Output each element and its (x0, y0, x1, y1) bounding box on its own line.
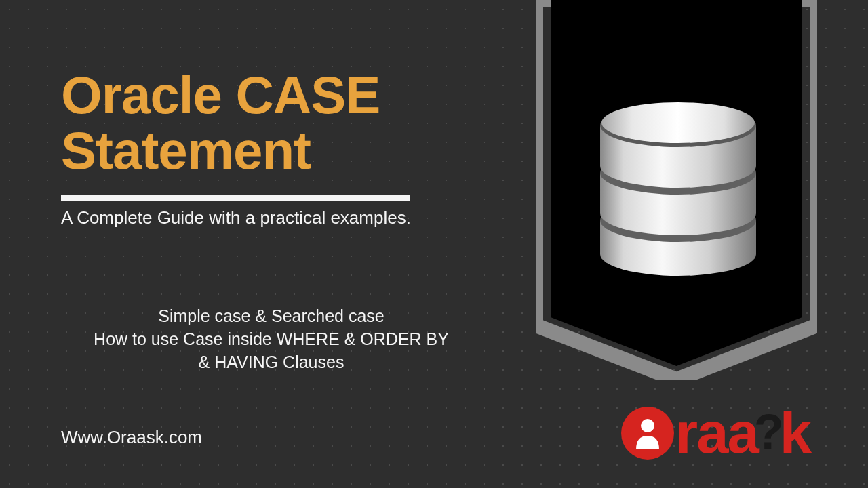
person-icon (633, 417, 662, 449)
title-divider (61, 195, 410, 201)
logo-text-k: k (780, 400, 810, 466)
subtitle-text: A Complete Guide with a practical exampl… (61, 207, 481, 228)
logo-o-icon (621, 407, 675, 460)
logo-question-icon: ? (754, 404, 783, 460)
page-title: Oracle CASE Statement (61, 68, 481, 179)
details-block: Simple case & Searched case How to use C… (61, 305, 481, 373)
details-line: Simple case & Searched case (61, 305, 481, 328)
database-icon (580, 78, 776, 295)
website-url: Www.Oraask.com (61, 427, 202, 448)
logo-text-raa: raa (675, 400, 758, 466)
details-line: How to use Case inside WHERE & ORDER BY (61, 328, 481, 351)
svg-point-4 (601, 102, 755, 143)
svg-point-5 (641, 419, 654, 432)
details-line: & HAVING Clauses (61, 351, 481, 374)
brand-logo: raa ? k (621, 400, 810, 466)
